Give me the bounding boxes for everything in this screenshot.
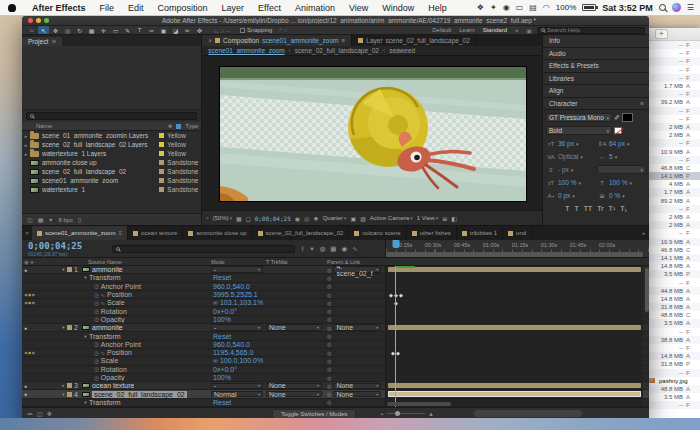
- safe-zones-icon[interactable]: ▦: [236, 215, 242, 222]
- finder-row[interactable]: 14.1 MBP: [649, 172, 700, 180]
- stopwatch-icon[interactable]: ◷: [94, 308, 99, 314]
- leading-value[interactable]: 64 px: [609, 140, 625, 147]
- track-cell[interactable]: [385, 357, 643, 364]
- property-value[interactable]: 3995.5,2525.1: [211, 291, 258, 298]
- project-item-name[interactable]: ammonite close up: [42, 159, 156, 166]
- time-navigator-bar[interactable]: [474, 410, 582, 417]
- zoom-out-icon[interactable]: ▲: [380, 411, 384, 416]
- layer-name[interactable]: ocean texture: [92, 382, 134, 389]
- pickwhip-icon[interactable]: ◎: [327, 391, 331, 397]
- stopwatch-icon[interactable]: ◷: [94, 341, 99, 347]
- channels-icon[interactable]: ❖: [313, 215, 318, 222]
- trkmat-dropdown[interactable]: None▾: [266, 383, 322, 390]
- finder-row[interactable]: pashny.jpg: [649, 377, 700, 385]
- property-value[interactable]: 0x+0.0°: [211, 308, 237, 315]
- project-item[interactable]: ▸scene_01_ammonite_zoomin LayersYellow: [22, 131, 201, 140]
- finder-row[interactable]: --F: [649, 278, 700, 286]
- parent-dropdown[interactable]: 4. scene_02_f▾: [333, 266, 381, 273]
- property-label[interactable]: Rotation: [101, 308, 127, 315]
- panel-menu-icon[interactable]: ≡: [640, 100, 644, 107]
- finder-row[interactable]: 14.8 MBA: [649, 262, 700, 270]
- home-tool-icon[interactable]: ⌂: [26, 26, 37, 34]
- pen-tool-icon[interactable]: ✎: [122, 26, 133, 34]
- snapshot-icon[interactable]: ◉: [295, 215, 300, 222]
- pan-behind-tool-icon[interactable]: ✛: [98, 26, 109, 34]
- kerning-value[interactable]: Optical: [558, 153, 578, 160]
- track-cell[interactable]: [385, 366, 643, 373]
- pickwhip-icon[interactable]: ◎: [327, 325, 331, 331]
- parent-dropdown[interactable]: None▾: [333, 383, 381, 390]
- panel-section-align[interactable]: Align: [543, 85, 649, 98]
- draft-3d-icon[interactable]: ✶: [309, 245, 314, 253]
- finder-row[interactable]: 46.8 MBC: [649, 246, 700, 254]
- faux-style-button-5[interactable]: T₁: [620, 205, 627, 212]
- faux-style-button-1[interactable]: T: [574, 205, 578, 212]
- timeline-horizontal-scrollbar[interactable]: [387, 402, 451, 406]
- eyedropper-icon[interactable]: ✐: [614, 114, 620, 122]
- menu-item-animation[interactable]: Animation: [288, 3, 342, 13]
- pickwhip-icon[interactable]: ◎: [327, 383, 331, 389]
- type-tool-icon[interactable]: T: [134, 26, 145, 34]
- finder-row[interactable]: --F: [649, 49, 700, 57]
- property-label[interactable]: Scale: [101, 357, 119, 364]
- pickwhip-icon[interactable]: ◎: [327, 375, 331, 381]
- finder-row[interactable]: --F: [649, 107, 700, 115]
- stroke-style-dropdown[interactable]: ▾: [597, 165, 646, 174]
- expand-inout-icon[interactable]: ✥: [47, 410, 52, 417]
- expand-arrow-icon[interactable]: ▾: [82, 334, 89, 339]
- timeline-tab-volcano-scene[interactable]: volcano scene: [349, 226, 406, 240]
- timeline-row-prop[interactable]: ◷Rotation0x+0.0°◎: [22, 307, 649, 315]
- finder-row[interactable]: 39.2 MBA: [649, 98, 700, 106]
- keyframe-diamond-icon[interactable]: ◆: [399, 292, 403, 298]
- fill-color-swatch[interactable]: [622, 113, 633, 122]
- snapping-options-icons[interactable]: ↗ ⌗: [277, 26, 287, 34]
- faux-style-button-0[interactable]: T: [565, 205, 569, 212]
- timeline-row-prop[interactable]: ◷Opacity100%◎: [22, 316, 649, 324]
- track-cell[interactable]: ◆: [385, 299, 643, 306]
- finder-row[interactable]: --F: [649, 90, 700, 98]
- stopwatch-icon[interactable]: ◷: [94, 358, 99, 364]
- viewer-canvas[interactable]: [202, 56, 542, 210]
- property-label[interactable]: Position: [107, 349, 132, 356]
- visibility-eye-icon[interactable]: ●: [24, 391, 27, 397]
- timeline-zoom-slider[interactable]: ▲ ▲: [380, 411, 434, 417]
- hand-tool-icon[interactable]: ✥: [50, 26, 61, 34]
- stroke-color-swatch[interactable]: [614, 127, 622, 134]
- trkmat-dropdown[interactable]: None▾: [266, 324, 322, 331]
- layer-name[interactable]: ammonite: [92, 266, 123, 273]
- project-item-name[interactable]: watertexture_1: [42, 186, 156, 193]
- visibility-eye-icon[interactable]: ●: [24, 325, 27, 331]
- property-value[interactable]: 960.0,540.0: [211, 341, 250, 348]
- stopwatch-icon[interactable]: ◷: [94, 350, 99, 356]
- mode-dropdown[interactable]: -▾: [211, 266, 263, 273]
- camera-status-icon[interactable]: ◉: [503, 3, 510, 12]
- grid-guides-icon[interactable]: ⊞: [442, 215, 447, 222]
- menu-item-effect[interactable]: Effect: [251, 3, 288, 13]
- workspace-menu-icon[interactable]: ▣: [526, 27, 532, 34]
- minimize-window-button[interactable]: [36, 18, 41, 23]
- timeline-row-group[interactable]: ▾TransformReset◎: [22, 274, 649, 282]
- property-label[interactable]: Scale: [107, 299, 125, 306]
- column-mode[interactable]: Mode: [211, 259, 263, 265]
- menu-item-edit[interactable]: Edit: [121, 3, 151, 13]
- finder-row[interactable]: --F: [649, 344, 700, 352]
- label-color-swatch[interactable]: [159, 178, 164, 183]
- layer-duration-bar[interactable]: [388, 383, 641, 388]
- label-color-name[interactable]: Sandstone: [167, 168, 201, 175]
- timeline-row-layer[interactable]: ●▸3ocean texture-▾None▾◎None▾: [22, 382, 649, 390]
- track-cell[interactable]: [385, 307, 643, 314]
- menu-item-layer[interactable]: Layer: [215, 3, 252, 13]
- tracking-value[interactable]: 5: [609, 153, 613, 160]
- property-value[interactable]: ∞ 103.1,103.1%: [211, 299, 263, 306]
- mode-dropdown[interactable]: -▾: [211, 383, 263, 390]
- label-color-swatch[interactable]: [159, 133, 164, 138]
- keyframe-diamond-icon[interactable]: ◆: [389, 292, 393, 298]
- track-cell[interactable]: [385, 316, 643, 323]
- project-columns-header[interactable]: Name ✥ Type: [22, 122, 201, 131]
- next-keyframe-icon[interactable]: ▶: [32, 350, 35, 355]
- toggle-switches-modes-button[interactable]: Toggle Switches / Modes: [272, 409, 356, 419]
- column-type[interactable]: Type: [185, 123, 198, 129]
- frame-blending-icon[interactable]: ▦: [330, 245, 336, 253]
- finder-row[interactable]: 4 MBA: [649, 180, 700, 188]
- stopwatch-icon[interactable]: ◷: [94, 375, 99, 381]
